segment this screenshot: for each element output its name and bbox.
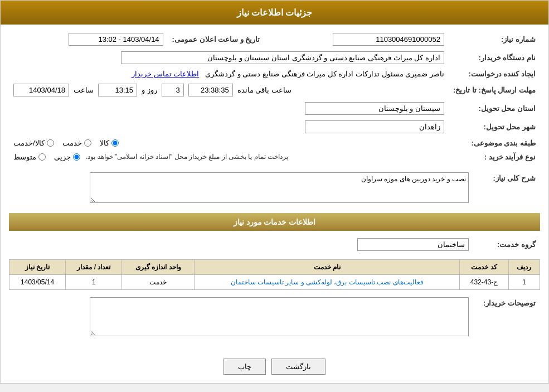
col-service-code: کد خدمت: [460, 260, 508, 275]
cell-service-code: ج-43-432: [460, 275, 508, 290]
radio-kala-khedmat-item: کالا/خدمت: [13, 139, 54, 147]
col-need-date: تاریخ نیاز: [9, 260, 66, 275]
description-textarea[interactable]: نصب و خرید دوربین های موزه سراوان: [90, 172, 469, 203]
back-button[interactable]: بازگشت: [271, 359, 325, 375]
description-section: شرح کلی نیاز: نصب و خرید دوربین های موزه…: [9, 170, 540, 207]
announce-date-label: تاریخ و ساعت اعلان عمومی:: [168, 30, 265, 49]
province-label: استان محل تحویل:: [449, 99, 540, 118]
radio-kala-item: کالا: [100, 139, 119, 147]
radio-khedmat-item: خدمت: [62, 139, 91, 147]
buyer-desc-textarea[interactable]: [90, 297, 469, 336]
buyer-desc-section: توصیحات خریدار:: [9, 294, 540, 339]
radio-jozi[interactable]: [73, 153, 80, 161]
description-label: شرح کلی نیاز:: [473, 170, 540, 207]
col-row-num: ردیف: [508, 260, 540, 275]
radio-motevaset-item: متوسط: [13, 153, 46, 161]
radio-kala-khedmat-label: کالا/خدمت: [13, 139, 45, 147]
radio-kala-khedmat[interactable]: [47, 139, 54, 147]
services-section-title: اطلاعات خدمات مورد نیاز: [9, 213, 540, 231]
basic-info-table: شماره نیاز: 1103004691000052 تاریخ و ساع…: [9, 30, 540, 164]
need-number-label: شماره نیاز:: [449, 30, 540, 49]
radio-khedmat[interactable]: [84, 139, 91, 147]
radio-kala[interactable]: [111, 139, 119, 147]
cell-quantity: 1: [66, 275, 122, 290]
radio-jozi-label: جزیی: [54, 153, 71, 161]
service-group-table: گروه خدمت: ساختمان: [9, 235, 540, 254]
buyer-org-label: نام دستگاه خریدار:: [449, 49, 540, 67]
category-label: طبقه بندی موضوعی:: [449, 136, 540, 150]
radio-jozi-item: جزیی: [54, 153, 80, 161]
city-value: زاهدان: [305, 120, 444, 133]
send-days-value: 3: [162, 84, 184, 96]
service-group-label: گروه خدمت:: [473, 235, 540, 254]
radio-kala-label: کالا: [100, 139, 109, 147]
purchase-note: پرداخت تمام یا بخشی از مبلغ خریداز محل "…: [86, 153, 288, 161]
send-time-value: 13:15: [98, 84, 137, 96]
send-time-label: ساعت: [74, 86, 94, 94]
cell-date: 1403/05/14: [9, 275, 66, 290]
services-table: ردیف کد خدمت نام خدمت واحد اندازه گیری ت…: [9, 259, 540, 290]
radio-khedmat-label: خدمت: [62, 139, 82, 147]
buyer-org-value: اداره کل میراث فرهنگی صنایع دستی و گردشگ…: [121, 51, 444, 64]
send-remaining-time: 23:38:35: [188, 84, 233, 96]
table-row: 1 ج-43-432 فعالیت‌های نصب تاسیسات برق، ل…: [9, 275, 540, 290]
buyer-desc-label: توصیحات خریدار:: [473, 294, 540, 339]
radio-motevaset[interactable]: [38, 153, 46, 161]
cell-row-num: 1: [508, 275, 540, 290]
print-button[interactable]: چاپ: [224, 359, 266, 375]
radio-motevaset-label: متوسط: [13, 153, 36, 161]
announce-date-value: 1403/04/14 - 13:02: [69, 33, 163, 46]
purchase-type-label: نوع فرآیند خرید :: [449, 150, 540, 164]
need-number-value: 1103004691000052: [333, 33, 444, 46]
send-remaining-label: ساعت باقی مانده: [237, 86, 291, 94]
creator-label: ایجاد کننده درخواست:: [449, 67, 540, 81]
col-quantity: تعداد / مقدار: [66, 260, 122, 275]
creator-contact-link[interactable]: اطلاعات تماس خریدار: [132, 70, 199, 78]
page-title: جزئیات اطلاعات نیاز: [1, 1, 548, 25]
send-days-label: روز و: [142, 86, 157, 94]
creator-value: ناصر ضمیری مسئول تدارکات اداره کل میراث …: [205, 70, 444, 78]
buttons-row: بازگشت چاپ: [1, 350, 548, 383]
send-date-value: 1403/04/18: [13, 84, 69, 96]
col-service-name: نام خدمت: [195, 260, 460, 275]
cell-service-name: فعالیت‌های نصب تاسیسات برق، لوله‌کشی و س…: [195, 275, 460, 290]
service-group-value: ساختمان: [357, 238, 469, 251]
cell-unit: خدمت: [122, 275, 195, 290]
province-value: سیستان و بلوچستان: [305, 102, 444, 115]
col-unit: واحد اندازه گیری: [122, 260, 195, 275]
city-label: شهر محل تحویل:: [449, 118, 540, 136]
send-deadline-label: مهلت ارسال پاسخ: تا تاریخ:: [449, 81, 540, 99]
